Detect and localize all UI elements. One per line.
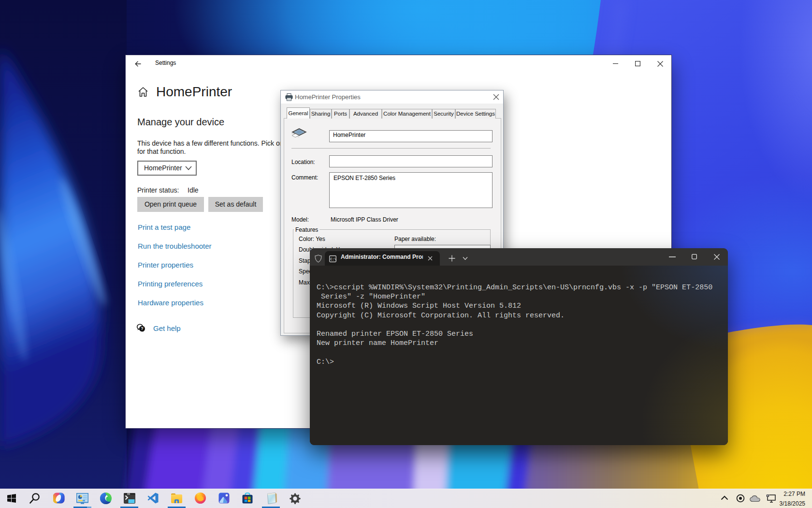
svg-text:?: ?: [141, 326, 144, 331]
svg-text:C:\: C:\: [330, 257, 336, 261]
